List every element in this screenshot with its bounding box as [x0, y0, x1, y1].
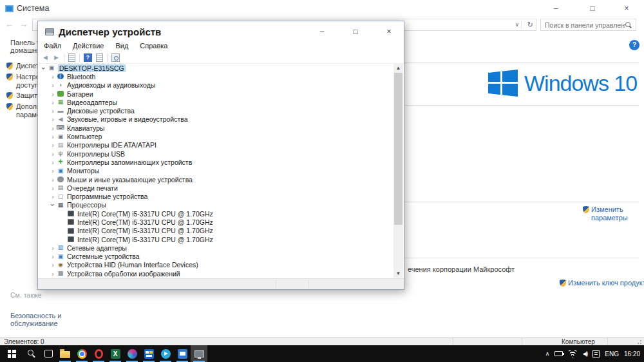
tree-node-processor[interactable]: ›▦Процессоры	[39, 201, 393, 209]
back-button[interactable]: ←	[5, 19, 14, 29]
expand-icon[interactable]: ›	[49, 245, 57, 251]
tree-node-label[interactable]: Компьютер	[67, 133, 102, 140]
show-icon[interactable]	[96, 53, 103, 62]
taskbar-start-button[interactable]	[0, 345, 23, 362]
taskbar-chrome-app[interactable]	[73, 345, 90, 362]
expand-icon[interactable]: ›	[49, 176, 57, 183]
taskbar-excel-app[interactable]	[107, 345, 124, 362]
tree-node-label[interactable]: Батареи	[67, 90, 93, 98]
tree-node-label[interactable]: Системные устройства	[67, 252, 140, 260]
expand-icon[interactable]: ›	[49, 271, 57, 277]
tree-node-label[interactable]: Устройства HID (Human Interface Devices)	[67, 261, 198, 269]
tree-node-battery[interactable]: ›Батареи	[39, 90, 393, 98]
expand-icon[interactable]: ›	[49, 133, 57, 140]
taskbar-telegram-app[interactable]	[157, 345, 174, 362]
expand-icon[interactable]: ›	[49, 91, 57, 97]
taskbar-movies-app-app[interactable]	[174, 345, 191, 362]
tree-node-label[interactable]: Клавиатуры	[67, 124, 105, 132]
tree-node-label[interactable]: Контроллеры USB	[67, 150, 125, 158]
tree-node-storage-controller[interactable]: ›✚Контроллеры запоминающих устройств	[39, 158, 393, 166]
tree-node-system-device[interactable]: ›▣Системные устройства	[39, 252, 393, 261]
tree-node-keyboard[interactable]: ›⌨Клавиатуры	[39, 124, 393, 132]
tree-node-label[interactable]: Дисковые устройства	[67, 107, 135, 115]
tree-node-label[interactable]: Аудиовходы и аудиовыходы	[67, 81, 155, 89]
system-maximize-button[interactable]: □	[583, 3, 602, 14]
tree-node-usb-controller[interactable]: ›ψКонтроллеры USB	[39, 149, 393, 158]
taskbar-opera-app[interactable]	[90, 345, 107, 362]
taskbar-search-button[interactable]	[23, 345, 40, 362]
scrollbar-thumb[interactable]	[394, 73, 402, 225]
expand-icon[interactable]: ›	[49, 73, 57, 80]
action-center-icon[interactable]	[592, 350, 600, 357]
collapse-icon[interactable]: ›	[41, 64, 47, 72]
tree-node-cpu-chip[interactable]: Intel(R) Core(TM) i5-3317U CPU @ 1.70GHz	[39, 235, 393, 243]
tree-node-label[interactable]: Intel(R) Core(TM) i5-3317U CPU @ 1.70GHz	[77, 210, 213, 218]
tree-node-disk-drive[interactable]: ›▬Дисковые устройства	[39, 106, 393, 115]
tree-node-label[interactable]: Мыши и иные указывающие устройства	[67, 176, 193, 184]
tree-node-cpu-chip[interactable]: Intel(R) Core(TM) i5-3317U CPU @ 1.70GHz	[39, 218, 393, 226]
tree-node-label[interactable]: DESKTOP-E315SCG	[58, 64, 126, 72]
tree-node-bluetooth[interactable]: ›ᛒBluetooth	[39, 72, 393, 81]
tray-expand-icon[interactable]: ∧	[545, 350, 550, 357]
tree-node-computer[interactable]: ›▣Компьютер	[39, 132, 393, 140]
forward-button[interactable]: →	[19, 19, 28, 29]
tree-node-label[interactable]: Intel(R) Core(TM) i5-3317U CPU @ 1.70GHz	[77, 218, 213, 226]
expand-icon[interactable]: ›	[49, 193, 57, 200]
clock[interactable]: 16:20	[624, 350, 640, 357]
tree-node-label[interactable]: Intel(R) Core(TM) i5-3317U CPU @ 1.70GHz	[77, 236, 213, 243]
tree-node-computer[interactable]: ›▣DESKTOP-E315SCG	[39, 64, 393, 72]
tree-node-label[interactable]: Мониторы	[67, 167, 99, 175]
scroll-down-icon[interactable]: ▼	[393, 271, 403, 276]
tree-node-label[interactable]: Программные устройства	[67, 193, 147, 200]
tree-node-label[interactable]: Процессоры	[67, 201, 106, 209]
scroll-up-icon[interactable]: ▲	[393, 65, 403, 71]
tree-node-label[interactable]: Очереди печати	[67, 184, 118, 192]
change-settings-link[interactable]: Изменить параметры	[583, 205, 629, 222]
tree-node-network-adapter[interactable]: ›▥Сетевые адаптеры	[39, 243, 393, 252]
tree-node-label[interactable]: Сетевые адаптеры	[67, 244, 127, 252]
expand-icon[interactable]: ›	[49, 82, 57, 88]
tree-node-label[interactable]: Контроллеры запоминающих устройств	[67, 158, 192, 166]
expand-icon[interactable]: ›	[49, 185, 57, 191]
taskbar-file-explorer-app[interactable]	[57, 345, 73, 362]
tree-node-label[interactable]: Bluetooth	[67, 73, 95, 81]
collapse-icon[interactable]: ›	[50, 201, 56, 209]
taskbar-task-view-button[interactable]	[40, 345, 57, 362]
expand-icon[interactable]: ›	[49, 142, 57, 148]
search-input[interactable]: Поиск в панели управления	[540, 19, 636, 31]
tree-node-imaging-device[interactable]: ›▩Устройства обработки изображений	[39, 269, 393, 278]
tree-node-label[interactable]: Устройства обработки изображений	[67, 270, 180, 278]
tree-node-printer[interactable]: ›▤Очереди печати	[39, 184, 393, 192]
tree-node-cpu-chip[interactable]: Intel(R) Core(TM) i5-3317U CPU @ 1.70GHz	[39, 209, 393, 218]
volume-icon[interactable]	[582, 350, 587, 357]
vertical-scrollbar[interactable]: ▲ ▼	[393, 64, 403, 278]
tree-node-cpu-chip[interactable]: Intel(R) Core(TM) i5-3317U CPU @ 1.70GHz	[39, 227, 393, 235]
toolbar-forward-icon[interactable]: ►	[53, 53, 60, 61]
dm-close-button[interactable]: ×	[378, 25, 400, 38]
scan-hardware-icon[interactable]	[111, 53, 120, 62]
expand-icon[interactable]: ›	[49, 159, 57, 166]
expand-icon[interactable]: ›	[49, 125, 57, 131]
tree-node-ide-controller[interactable]: ›▤Контроллеры IDE ATA/ATAPI	[39, 141, 393, 149]
toolbar-help-icon[interactable]: ?	[84, 53, 92, 62]
menu-help[interactable]: Справка	[134, 41, 173, 52]
dm-maximize-button[interactable]: □	[345, 25, 366, 38]
dm-minimize-button[interactable]: –	[311, 25, 333, 38]
wifi-icon[interactable]	[568, 350, 577, 357]
language-indicator[interactable]: ENG	[605, 350, 619, 357]
properties-icon[interactable]	[68, 53, 75, 62]
tree-node-mouse[interactable]: ›Мыши и иные указывающие устройства	[39, 175, 393, 184]
tree-node-display-adapter[interactable]: ›▦Видеоадаптеры	[39, 98, 393, 106]
tree-node-label[interactable]: Звуковые, игровые и видеоустройства	[67, 115, 188, 123]
search-icon[interactable]	[625, 22, 632, 28]
battery-icon[interactable]	[554, 351, 563, 356]
menu-view[interactable]: Вид	[109, 41, 134, 52]
menu-file[interactable]: Файл	[38, 41, 67, 52]
tree-node-label[interactable]: Контроллеры IDE ATA/ATAPI	[67, 141, 156, 149]
taskbar-device-manager-app[interactable]	[191, 345, 207, 362]
system-close-button[interactable]: ×	[617, 3, 636, 14]
taskbar-store-app-app[interactable]	[140, 345, 157, 362]
taskbar-photo-app-app[interactable]	[124, 345, 140, 362]
tree-node-monitor[interactable]: ›▣Мониторы	[39, 167, 393, 175]
expand-icon[interactable]: ›	[49, 108, 57, 114]
